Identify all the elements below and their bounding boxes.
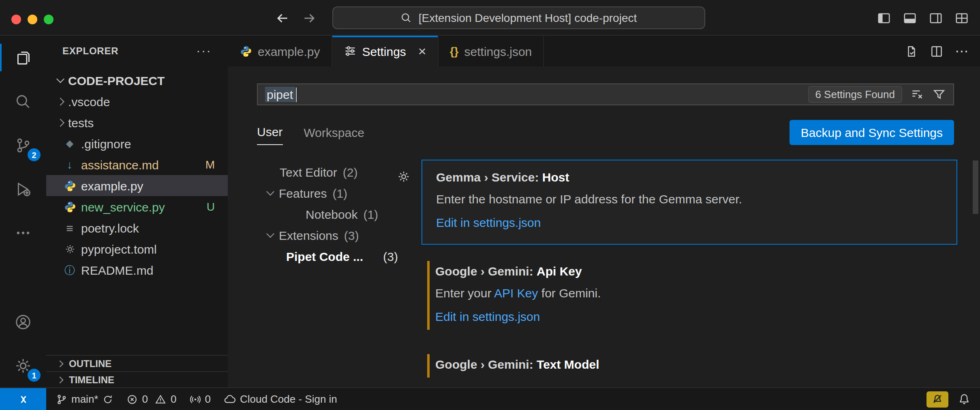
toc-features[interactable]: Features (1) [257, 182, 401, 203]
config-gear-icon [63, 243, 76, 254]
toggle-panel-icon[interactable] [903, 11, 917, 25]
settings-found-badge: 6 Settings Found [808, 86, 902, 103]
toc-text-editor[interactable]: Text Editor (2) [257, 161, 401, 182]
scope-tab-user[interactable]: User [257, 125, 282, 145]
settings-list: Gemma › Service: Host Enter the hostname… [422, 160, 957, 387]
search-icon [401, 12, 412, 23]
lock-file-icon: ≡ [63, 222, 76, 234]
explorer-title: EXPLORER [62, 45, 118, 57]
accounts-icon[interactable] [0, 300, 46, 344]
settings-badge: 1 [28, 369, 41, 382]
tree-root-code-project[interactable]: CODE-PROJECT [46, 70, 228, 91]
outline-section[interactable]: OUTLINE [46, 355, 228, 371]
setting-title: Gemma › Service: Host [436, 170, 944, 184]
minimize-window-button[interactable] [28, 15, 37, 24]
broadcast-icon [189, 393, 201, 405]
zoom-window-button[interactable] [44, 15, 53, 24]
tree-item-tests[interactable]: tests [46, 112, 228, 133]
git-modified-badge: M [205, 158, 215, 171]
tab-bar: example.py Settings × {} settings.json [228, 36, 980, 66]
clear-filters-icon[interactable] [910, 88, 924, 101]
setting-google-gemini-api-key[interactable]: Google › Gemini: Api Key Enter your API … [422, 254, 957, 338]
editor-more-actions-icon[interactable]: ⋯ [955, 43, 969, 60]
tree-item-vscode[interactable]: .vscode [46, 91, 228, 112]
filter-icon[interactable] [932, 88, 946, 101]
setting-title: Google › Gemini: Api Key [435, 264, 944, 278]
tree-item-gitignore[interactable]: ◆ .gitignore [46, 133, 228, 154]
command-center[interactable]: [Extension Development Host] code-projec… [332, 6, 705, 29]
markdown-file-icon: ↓ [63, 159, 76, 170]
search-icon[interactable] [0, 79, 46, 123]
editor-group: example.py Settings × {} settings.json [228, 36, 980, 387]
status-bar: main* 0 0 0 Cloud Code - Sign i [0, 387, 980, 410]
close-tab-icon[interactable]: × [418, 44, 426, 58]
toc-notebook[interactable]: Notebook (1) [257, 203, 401, 224]
backup-sync-settings-button[interactable]: Backup and Sync Settings [790, 120, 954, 145]
tree-item-pyproject-toml[interactable]: pyproject.toml [46, 238, 228, 259]
edit-in-settings-json-link[interactable]: Edit in settings.json [436, 216, 944, 229]
cloud-code-status-item[interactable]: Cloud Code - Sign in [217, 388, 344, 410]
tree-item-readme-md[interactable]: ⓘ README.md [46, 259, 228, 280]
chevron-right-icon [57, 376, 64, 383]
navigate-forward-button[interactable] [302, 11, 316, 25]
toggle-secondary-sidebar-icon[interactable] [929, 11, 943, 25]
file-tree: CODE-PROJECT .vscode tests ◆ .gitignore … [46, 66, 228, 280]
scope-tab-workspace[interactable]: Workspace [304, 126, 364, 145]
tree-item-new-service-py[interactable]: new_service.py U [46, 196, 228, 217]
close-window-button[interactable] [11, 15, 21, 24]
explorer-more-actions-icon[interactable]: ··· [196, 44, 212, 58]
window-controls [11, 15, 53, 24]
setting-title: Google › Gemini: Text Model [435, 357, 944, 371]
tab-example-py[interactable]: example.py [228, 36, 332, 66]
settings-toc: Text Editor (2) Features (1) Notebook (1… [257, 160, 401, 387]
vscode-window: [Extension Development Host] code-projec… [0, 0, 980, 410]
edit-in-settings-json-link[interactable]: Edit in settings.json [435, 310, 944, 323]
tab-settings[interactable]: Settings × [332, 36, 438, 66]
setting-gemma-service-host[interactable]: Gemma › Service: Host Enter the hostname… [422, 160, 957, 245]
chevron-right-icon [57, 360, 64, 367]
toc-extensions[interactable]: Extensions (3) [257, 224, 401, 246]
cloud-icon [224, 393, 236, 405]
tree-item-example-py[interactable]: example.py [46, 175, 228, 196]
warnings-icon [155, 393, 167, 405]
navigate-back-button[interactable] [276, 11, 289, 25]
do-not-disturb-status-item[interactable] [927, 391, 948, 407]
customize-layout-icon[interactable] [955, 11, 969, 25]
activity-bar: 2 1 [0, 36, 46, 387]
toc-pipet-code[interactable]: Pipet Code ... (3) [257, 246, 401, 267]
git-branch-icon [56, 393, 67, 405]
tab-settings-json[interactable]: {} settings.json [439, 36, 544, 66]
split-editor-icon[interactable] [930, 44, 944, 58]
setting-google-gemini-text-model[interactable]: Google › Gemini: Text Model [422, 348, 957, 386]
open-settings-json-icon[interactable] [905, 44, 918, 58]
timeline-section[interactable]: TIMELINE [46, 371, 228, 387]
window-title: [Extension Development Host] code-projec… [419, 11, 637, 24]
remote-indicator[interactable] [0, 388, 46, 410]
sync-changes-icon [103, 393, 114, 405]
source-control-badge: 2 [28, 148, 41, 161]
source-control-icon[interactable]: 2 [0, 123, 46, 167]
settings-gear-icon[interactable]: 1 [0, 344, 46, 387]
run-debug-icon[interactable] [0, 167, 46, 211]
branch-status-item[interactable]: main* [49, 388, 120, 410]
settings-scrollbar[interactable] [973, 160, 978, 214]
api-key-link[interactable]: API Key [494, 286, 538, 300]
chevron-right-icon [56, 97, 64, 105]
git-file-icon: ◆ [63, 139, 76, 148]
ports-status-item[interactable]: 0 [183, 388, 217, 410]
notifications-bell-icon[interactable] [958, 393, 970, 405]
python-file-icon [63, 179, 76, 192]
chevron-down-icon [266, 187, 274, 195]
more-views-icon[interactable] [0, 211, 46, 254]
errors-icon [127, 393, 138, 405]
setting-description: Enter the hostname or IP address for the… [436, 192, 944, 206]
settings-search-input[interactable]: pipet 6 Settings Found [257, 83, 954, 105]
explorer-sidebar: EXPLORER ··· CODE-PROJECT .vscode tests … [46, 36, 228, 387]
explorer-icon[interactable] [0, 36, 46, 79]
tree-item-assistance-md[interactable]: ↓ assistance.md M [46, 154, 228, 175]
tree-item-poetry-lock[interactable]: ≡ poetry.lock [46, 217, 228, 238]
setting-actions-gear-icon[interactable] [397, 170, 410, 183]
toggle-sidebar-icon[interactable] [877, 11, 891, 25]
json-braces-icon: {} [450, 45, 459, 58]
problems-status-item[interactable]: 0 0 [120, 388, 183, 410]
